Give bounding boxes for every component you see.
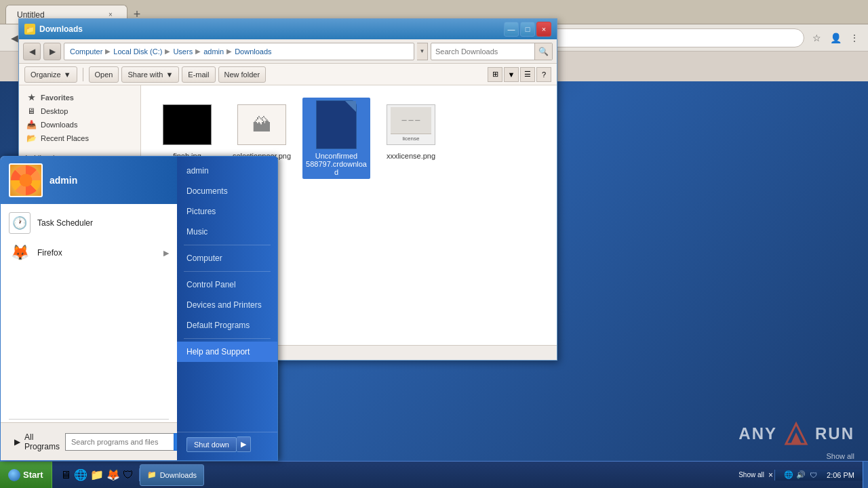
file-icon-selectionpoor: 🏔 (237, 100, 286, 149)
start-menu-right: admin Documents Pictures Music Computer … (177, 157, 277, 460)
ie-quick-icon[interactable]: 🌐 (74, 468, 87, 481)
right-item-help-support[interactable]: Help and Support (177, 342, 277, 362)
new-folder-btn[interactable]: New folder (218, 66, 267, 83)
action-center-icon: 🛡 (808, 470, 818, 481)
search-btn[interactable]: 🔍 (534, 43, 552, 60)
files-quick-icon[interactable]: 📁 (90, 468, 104, 481)
system-clock: 2:06 PM (824, 471, 857, 479)
organize-btn[interactable]: Organize ▼ (24, 66, 77, 83)
downloads-sidebar-icon: 📥 (26, 120, 37, 129)
shutdown-btn[interactable]: Shut down (186, 437, 237, 452)
email-btn[interactable]: E-mail (182, 66, 215, 83)
show-desktop-btn[interactable] (863, 462, 868, 489)
image-thumbnail-license: ─ ─ ─ license (387, 104, 435, 145)
minimize-btn[interactable]: — (504, 22, 519, 37)
start-programs-list: 🕐 Task Scheduler 🦊 Firefox ▶ (1, 204, 177, 416)
breadcrumb-users[interactable]: Users (172, 47, 194, 56)
open-btn[interactable]: Open (89, 66, 119, 83)
address-bar[interactable]: Computer ▶ Local Disk (C:) ▶ Users ▶ adm… (64, 43, 414, 60)
email-label: E-mail (188, 70, 209, 79)
firefox-quick-icon[interactable]: 🦊 (106, 468, 120, 481)
taskbar-item-label: Downloads (160, 471, 197, 479)
view-btn-1[interactable]: ⊞ (488, 67, 502, 82)
right-item-admin[interactable]: admin (177, 161, 277, 181)
right-item-pictures[interactable]: Pictures (177, 201, 277, 222)
share-with-btn[interactable]: Share with ▼ (121, 66, 179, 83)
maximize-btn[interactable]: □ (520, 22, 535, 37)
firefox-label: Firefox (37, 248, 62, 258)
shield-quick-icon[interactable]: 🛡 (123, 469, 134, 481)
chrome-menu-icon[interactable]: ⋮ (846, 30, 863, 46)
recent-label: Recent Places (41, 134, 89, 142)
show-all-label[interactable]: Show all (826, 451, 854, 461)
start-item-task-scheduler[interactable]: 🕐 Task Scheduler (1, 208, 177, 238)
start-divider-bottom (9, 419, 169, 420)
view-btn-2[interactable]: ☰ (520, 67, 535, 82)
nav-back-btn[interactable]: ◀ (23, 43, 41, 60)
breadcrumb-admin[interactable]: admin (202, 47, 225, 56)
explorer-titlebar: 📁 Downloads — □ × (19, 19, 557, 39)
right-divider-2 (184, 271, 271, 272)
taskbar-item-downloads[interactable]: 📁 Downloads (140, 464, 204, 486)
explorer-toolbar: Organize ▼ Open Share with ▼ E-mail New … (19, 64, 557, 85)
sidebar-item-downloads[interactable]: 📥 Downloads (19, 118, 140, 131)
file-icon-fineh (163, 100, 212, 149)
breadcrumb-computer[interactable]: Computer (68, 47, 104, 56)
file-icon-crdownload (312, 100, 361, 149)
search-box: 🔍 (431, 43, 553, 60)
taskbar-items: 🖥 🌐 📁 🦊 🛡 📁 Downloads (52, 464, 736, 486)
anyrun-watermark: ANY RUN Show all (738, 420, 854, 447)
task-scheduler-label: Task Scheduler (37, 218, 93, 228)
sidebar-item-recent[interactable]: 📂 Recent Places (19, 131, 140, 145)
view-buttons: ⊞ ▼ ☰ ? (488, 67, 551, 82)
right-item-devices-printers[interactable]: Devices and Printers (177, 295, 277, 315)
show-all-taskbar[interactable]: Show all (736, 471, 767, 479)
show-desktop-quick-icon[interactable]: 🖥 (60, 469, 71, 481)
breadcrumb-downloads[interactable]: Downloads (233, 47, 273, 56)
file-name-crdownload: Unconfirmed 588797.crdownload (305, 152, 368, 176)
user-avatar[interactable] (9, 163, 43, 197)
file-item-license[interactable]: ─ ─ ─ license xxxlicense.png (377, 98, 445, 179)
close-btn[interactable]: × (536, 22, 551, 37)
watermark-text: ANY (738, 424, 777, 443)
image-thumbnail-selectionpoor: 🏔 (237, 104, 286, 145)
start-item-firefox[interactable]: 🦊 Firefox ▶ (1, 238, 177, 268)
view-btn-dropdown[interactable]: ▼ (504, 67, 519, 82)
clock-time: 2:06 PM (827, 471, 854, 479)
dismiss-notification-icon[interactable]: × (767, 470, 774, 480)
chrome-toolbar-icons: ☆ 👤 ⋮ (808, 30, 863, 46)
desktop: Untitled × + ◀ ▶ ↻ ☆ 👤 ⋮ 📁 Downloads — □ (0, 0, 868, 488)
all-programs-btn[interactable]: ▶ All Programs (9, 430, 65, 454)
chrome-bookmark-icon[interactable]: ☆ (808, 30, 825, 46)
file-icon-license: ─ ─ ─ license (387, 100, 435, 149)
start-button[interactable]: Start (0, 462, 52, 489)
shutdown-arrow-btn[interactable]: ▶ (237, 436, 251, 452)
user-avatar-flower (11, 165, 41, 195)
explorer-nav: ◀ ▶ Computer ▶ Local Disk (C:) ▶ Users ▶… (19, 39, 557, 64)
favorites-label: Favorites (41, 94, 74, 102)
right-item-music[interactable]: Music (177, 222, 277, 242)
search-input[interactable] (431, 43, 534, 60)
share-with-label: Share with (127, 70, 163, 79)
right-item-documents[interactable]: Documents (177, 181, 277, 201)
start-menu: admin 🕐 Task Scheduler 🦊 Firefox ▶ (0, 156, 278, 461)
file-item-crdownload[interactable]: Unconfirmed 588797.crdownload (302, 98, 370, 179)
start-menu-left: admin 🕐 Task Scheduler 🦊 Firefox ▶ (1, 157, 177, 460)
nav-forward-btn[interactable]: ▶ (43, 43, 61, 60)
file-name-license: xxxlicense.png (387, 152, 435, 160)
right-item-computer[interactable]: Computer (177, 248, 277, 268)
address-dropdown-btn[interactable]: ▼ (417, 43, 428, 60)
right-item-control-panel[interactable]: Control Panel (177, 274, 277, 295)
firefox-arrow-icon: ▶ (163, 249, 169, 258)
chrome-account-icon[interactable]: 👤 (827, 30, 844, 46)
right-item-default-programs[interactable]: Default Programs (177, 315, 277, 336)
help-btn[interactable]: ? (536, 67, 551, 82)
volume-tray-icon: 🔊 (795, 470, 806, 481)
breadcrumb-localdisk[interactable]: Local Disk (C:) (112, 47, 163, 56)
sidebar-item-desktop[interactable]: 🖥 Desktop (19, 104, 140, 118)
right-divider-3 (184, 338, 271, 339)
explorer-title-text: Downloads (39, 24, 500, 34)
recent-icon: 📂 (26, 134, 37, 143)
toolbar-sep-1 (83, 68, 83, 81)
search-programs-input[interactable] (65, 433, 174, 451)
